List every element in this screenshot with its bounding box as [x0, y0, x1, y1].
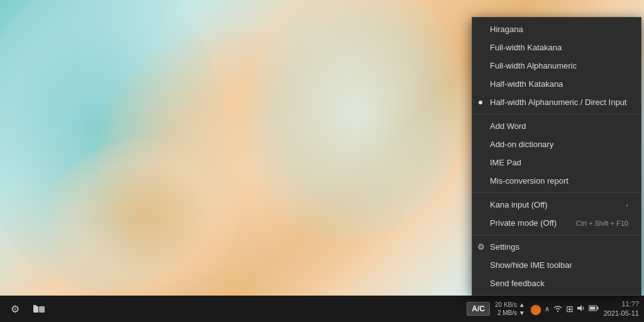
menu-item-half-width-alphanumeric[interactable]: Half-width Alphanumeric / Direct Input	[472, 93, 641, 111]
menu-label-addon-dictionary: Add-on dictionary	[490, 140, 553, 149]
svg-marker-3	[577, 305, 582, 311]
file-explorer-button[interactable]	[29, 299, 49, 319]
menu-item-add-word[interactable]: Add Word	[472, 117, 641, 135]
menu-label-half-width-alphanumeric: Half-width Alphanumeric / Direct Input	[490, 97, 626, 107]
taskbar-right: A/C 20 KB/s ▲ 2 MB/s ▼ ⬤ ∧ ⊞	[467, 299, 639, 319]
menu-shortcut-private-mode: Ctrl + Shift + F10	[576, 219, 628, 227]
menu-label-full-width-alphanumeric: Full-width Alphanumeric	[490, 61, 577, 70]
bg-blob-4	[50, 140, 239, 297]
menu-item-private-mode[interactable]: Private mode (Off)Ctrl + Shift + F10	[472, 214, 641, 232]
svg-rect-6	[589, 307, 595, 310]
menu-label-ime-pad: IME Pad	[490, 158, 521, 167]
menu-item-full-width-alphanumeric[interactable]: Full-width Alphanumeric	[472, 57, 641, 75]
menu-label-hiragana: Hiragana	[490, 25, 523, 34]
clock-date: 2021-05-11	[604, 309, 639, 318]
circle-icon: ⬤	[530, 303, 541, 315]
menu-item-mis-conversion[interactable]: Mis-conversion report	[472, 172, 641, 190]
taskbar-sys-icons: ⬤ ∧ ⊞	[530, 303, 599, 315]
menu-item-settings[interactable]: ⚙Settings	[472, 238, 641, 256]
volume-icon[interactable]	[577, 304, 586, 314]
menu-label-settings: Settings	[490, 242, 519, 252]
context-menu: HiraganaFull-width KatakanaFull-width Al…	[472, 17, 641, 296]
show-hidden-icons[interactable]: ∧	[545, 305, 550, 313]
menu-item-addon-dictionary[interactable]: Add-on dictionary	[472, 135, 641, 153]
battery-icon[interactable]	[589, 304, 599, 314]
menu-item-show-hide-toolbar[interactable]: Show/hide IME toolbar	[472, 256, 641, 274]
settings-gear-icon: ⚙	[477, 242, 485, 252]
menu-label-half-width-katakana: Half-width Katakana	[490, 79, 563, 89]
ime-indicator[interactable]: A/C	[467, 302, 490, 316]
menu-item-ime-pad[interactable]: IME Pad	[472, 153, 641, 172]
menu-label-show-hide-toolbar: Show/hide IME toolbar	[490, 260, 572, 270]
menu-label-full-width-katakana: Full-width Katakana	[490, 43, 562, 52]
taskbar-left: ⚙	[5, 299, 49, 319]
menu-label-add-word: Add Word	[490, 121, 526, 131]
svg-rect-1	[33, 305, 36, 307]
menu-label-mis-conversion: Mis-conversion report	[490, 176, 569, 186]
selected-bullet	[479, 101, 482, 104]
menu-separator-13	[472, 235, 641, 235]
menu-item-half-width-katakana[interactable]: Half-width Katakana	[472, 75, 641, 93]
menu-label-send-feedback: Send feedback	[490, 279, 545, 288]
svg-rect-2	[39, 306, 45, 313]
menu-label-kana-input: Kana input (Off)	[490, 200, 548, 209]
svg-rect-0	[33, 306, 38, 313]
svg-rect-5	[597, 307, 598, 309]
taskbar: ⚙ A/C 20 KB/s ▲ 2 MB/s ▼ ⬤ ∧	[0, 296, 644, 322]
desktop: HiraganaFull-width KatakanaFull-width Al…	[0, 0, 644, 322]
clock-area: 11:?? 2021-05-11	[604, 299, 639, 319]
menu-item-hiragana[interactable]: Hiragana	[472, 20, 641, 38]
clock-time: 11:??	[604, 299, 639, 309]
menu-separator-5	[472, 114, 641, 114]
menu-item-kana-input[interactable]: Kana input (Off)›	[472, 196, 641, 214]
menu-item-send-feedback[interactable]: Send feedback	[472, 274, 641, 292]
language-icon[interactable]: ⊞	[566, 304, 574, 314]
network-download: 2 MB/s ▼	[495, 309, 525, 317]
menu-label-private-mode: Private mode (Off)	[490, 218, 557, 228]
network-upload: 20 KB/s ▲	[495, 301, 525, 309]
network-stats: 20 KB/s ▲ 2 MB/s ▼	[495, 301, 525, 317]
network-icon[interactable]	[553, 304, 563, 314]
menu-arrow-kana-input: ›	[626, 201, 628, 209]
settings-button[interactable]: ⚙	[5, 299, 25, 319]
menu-separator-10	[472, 192, 641, 193]
menu-item-full-width-katakana[interactable]: Full-width Katakana	[472, 38, 641, 57]
